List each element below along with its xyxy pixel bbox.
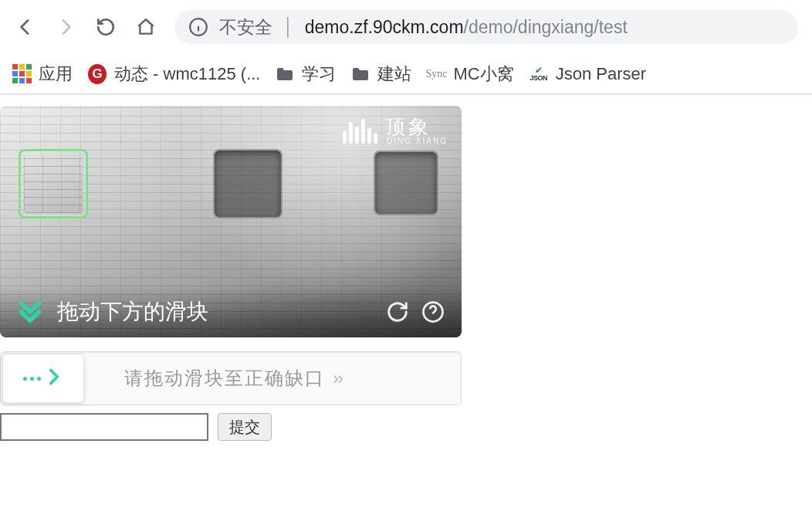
captcha-help-button[interactable] (421, 300, 445, 323)
bookmark-folder-study[interactable]: 学习 (276, 63, 336, 86)
bookmark-label: Json Parser (556, 64, 646, 84)
slider-arrow-icon (44, 367, 64, 390)
bookmark-folder-site[interactable]: 建站 (351, 63, 411, 86)
folder-icon (351, 65, 370, 83)
site-info-icon[interactable] (188, 17, 208, 37)
nav-forward-button[interactable] (54, 15, 77, 39)
captcha-slider-handle[interactable] (2, 354, 84, 403)
bookmark-label: 建站 (377, 63, 411, 86)
captcha-brand-logo: 顶象 DING XIANG (343, 117, 448, 146)
json-parser-icon: ✔JSON (529, 65, 548, 83)
gitee-icon: G (88, 65, 107, 83)
captcha-slider-track[interactable]: 请拖动滑块至正确缺口›› (0, 351, 462, 405)
bookmark-label: 动态 - wmc1125 (... (114, 63, 260, 86)
url-divider: │ (283, 17, 294, 37)
apps-grid-icon (12, 65, 31, 83)
nav-home-button[interactable] (134, 15, 157, 39)
captcha-refresh-button[interactable] (386, 300, 409, 323)
bookmark-label: MC小窝 (453, 63, 513, 86)
bookmark-json-parser[interactable]: ✔JSON Json Parser (529, 64, 646, 84)
form-text-input[interactable] (0, 413, 208, 441)
hint-chevron-icon (17, 299, 43, 325)
bookmark-label: 应用 (39, 63, 73, 86)
brand-bars-icon (343, 119, 377, 144)
insecure-label: 不安全 (219, 15, 272, 39)
url-path: /demo/dingxiang/test (464, 17, 628, 37)
captcha-puzzle-piece[interactable] (19, 149, 88, 218)
url-bar[interactable]: 不安全 │ demo.zf.90ckm.com/demo/dingxiang/t… (174, 10, 798, 44)
bookmark-label: 学习 (302, 63, 336, 86)
nav-reload-button[interactable] (94, 15, 117, 39)
nav-back-button[interactable] (14, 15, 37, 39)
captcha-target-slot (213, 149, 283, 218)
sync-icon: Sync (427, 65, 445, 83)
folder-icon (276, 65, 294, 83)
bookmark-gitee[interactable]: G 动态 - wmc1125 (... (88, 63, 260, 86)
bookmark-apps[interactable]: 应用 (12, 63, 73, 86)
captcha-target-slot (374, 151, 438, 215)
submit-button[interactable]: 提交 (218, 413, 272, 441)
bookmarks-bar: 应用 G 动态 - wmc1125 (... 学习 建站 Sync MC小窝 ✔… (0, 54, 812, 94)
captcha-hint-text: 拖动下方的滑块 (57, 297, 372, 327)
slider-dots-icon (23, 377, 41, 381)
captcha-image: 顶象 DING XIANG 拖动下方的滑块 (0, 106, 462, 337)
brand-name-cn: 顶象 (385, 117, 448, 137)
bookmark-mc[interactable]: Sync MC小窝 (427, 63, 513, 86)
brand-name-en: DING XIANG (387, 137, 448, 146)
url-text: demo.zf.90ckm.com/demo/dingxiang/test (305, 17, 628, 38)
url-host: demo.zf.90ckm.com (305, 17, 464, 37)
slider-placeholder-text: 请拖动滑块至正确缺口›› (124, 366, 342, 391)
